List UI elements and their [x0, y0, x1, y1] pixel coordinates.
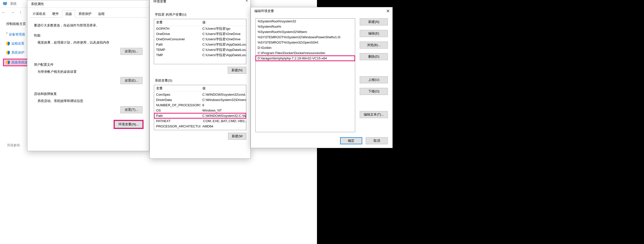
cp-link-device-manager[interactable]: 设备管理器 — [6, 32, 25, 37]
list-header: 变量 值 — [154, 19, 246, 26]
close-icon[interactable]: ✕ — [386, 8, 390, 14]
nav-back-icon[interactable]: ← — [1, 10, 6, 15]
table-row[interactable]: GOPATHC:\Users\学院君\go — [154, 26, 246, 31]
env-vars-button[interactable]: 环境变量(N)... — [115, 121, 143, 128]
list-item[interactable]: %SystemRoot% — [256, 24, 355, 29]
perf-settings-button[interactable]: 设置(S)... — [120, 48, 143, 55]
list-item[interactable]: %SYSTEMROOT%\System32\OpenSSH\ — [256, 40, 355, 45]
row-var-name: PATHEXT — [154, 119, 200, 123]
window-title: 编辑环境变量 — [251, 7, 392, 15]
cp-link-remote[interactable]: 远程设置 — [6, 41, 25, 46]
col-val-header[interactable]: 值 — [200, 19, 246, 26]
tab-content: 要进行大多数更改，你必须作为管理员登录。 性能 视觉效果，处理器计划，内存使用，… — [27, 18, 149, 131]
path-list[interactable]: %SystemRoot%\system32%SystemRoot%%System… — [255, 18, 355, 132]
system-properties-window: 系统属性 计算机名 硬件 高级 系统保护 远程 要进行大多数更改，你必须作为管理… — [27, 0, 149, 151]
table-row[interactable]: ComSpecC:\WINDOWS\system32\cmd.e — [154, 92, 246, 97]
admin-note: 要进行大多数更改，你必须作为管理员登录。 — [34, 23, 143, 28]
user-vars-list[interactable]: 变量 值 GOPATHC:\Users\学院君\goOneDriveC:\Use… — [154, 19, 246, 64]
row-var-name: NUMBER_OF_PROCESSORS — [154, 103, 200, 107]
row-var-value: .COM;.EXE;.BAT;.CMD;.VBS;.VBE — [200, 119, 246, 123]
computer-icon — [3, 2, 8, 6]
row-var-value: C:\Users\学院君\OneDrive — [200, 32, 246, 36]
nav-forward-icon[interactable]: → — [10, 10, 15, 15]
svg-rect-0 — [3, 2, 7, 5]
list-item[interactable]: D:\Go\bin — [256, 45, 355, 50]
tab-remote[interactable]: 远程 — [95, 10, 108, 17]
startup-settings-button[interactable]: 设置(T)... — [120, 106, 143, 113]
table-row[interactable]: PROCESSOR_ARCHITECTUREAMD64 — [154, 124, 246, 129]
cp-title: 系统 — [10, 2, 17, 6]
row-var-value: C:\Users\学院君\AppData\Loca — [200, 48, 246, 52]
table-row[interactable]: PathC:\Users\学院君\AppData\Loca — [154, 42, 246, 47]
row-var-value: Windows_NT — [200, 109, 246, 112]
col-var-header[interactable]: 变量 — [154, 85, 200, 92]
startup-group-desc: 系统启动、系统故障和调试信息 — [34, 99, 143, 103]
cp-nav: ← → ↑ — [0, 8, 27, 17]
cp-link-protection[interactable]: 系统保护 — [6, 50, 25, 55]
table-row[interactable]: TEMPC:\Users\学院君\AppData\Loca — [154, 47, 246, 52]
cp-see-also: 另请参阅 — [7, 143, 20, 148]
side-buttons: 新建(N) 编辑(E) 浏览(B)... 删除(D) 上移(U) 下移(O) 编… — [360, 18, 388, 132]
startup-group-title: 启动和故障恢复 — [34, 92, 143, 96]
tab-computer-name[interactable]: 计算机名 — [29, 10, 49, 17]
user-new-button[interactable]: 新建(N) — [228, 67, 246, 74]
tab-hardware[interactable]: 硬件 — [49, 10, 62, 17]
table-row[interactable]: OneDriveC:\Users\学院君\OneDrive — [154, 31, 246, 37]
profile-group-desc: 与登录帐户相关的桌面设置 — [34, 69, 143, 74]
row-var-name: OneDriveConsumer — [154, 37, 200, 41]
row-var-name: TEMP — [154, 48, 200, 52]
edit-path-window: 编辑环境变量 ✕ %SystemRoot%\system32%SystemRoo… — [251, 7, 393, 148]
shield-icon — [6, 42, 10, 46]
table-row[interactable]: TMPC:\Users\学院君\AppData\Loca — [154, 52, 246, 58]
col-val-header[interactable]: 值 — [200, 85, 246, 92]
nav-up-icon[interactable]: ↑ — [19, 10, 22, 15]
row-var-name: ComSpec — [154, 93, 200, 96]
table-row[interactable]: OneDriveConsumerC:\Users\学院君\OneDrive — [154, 37, 246, 42]
list-item[interactable]: %SYSTEMROOT%\System32\WindowsPowerShell\… — [256, 34, 355, 40]
move-down-button[interactable]: 下移(O) — [360, 88, 388, 95]
window-title: 系统属性 — [27, 0, 149, 8]
link-label: 系统保护 — [11, 50, 24, 55]
cp-home-link[interactable]: 控制面板主页 — [6, 22, 25, 26]
row-var-value: C:\WINDOWS\system32;C:\WIN — [200, 114, 246, 118]
table-row[interactable]: OSWindows_NT — [154, 108, 246, 113]
close-icon[interactable]: ✕ — [245, 0, 248, 3]
new-button[interactable]: 新建(N) — [360, 18, 388, 25]
row-var-value: C:\Users\学院君\AppData\Loca — [200, 53, 246, 57]
shield-icon — [6, 32, 7, 37]
list-item[interactable]: C:\Program Files\Docker\Docker\resources… — [256, 50, 355, 56]
table-row[interactable]: DriverDataC:\Windows\System32\Drivers — [154, 97, 246, 102]
sys-new-button[interactable]: 新建(W — [228, 133, 246, 140]
row-var-name: PROCESSOR_ARCHITECTURE — [154, 124, 200, 128]
ok-button[interactable]: 确定 — [340, 137, 362, 144]
tab-bar: 计算机名 硬件 高级 系统保护 远程 — [29, 10, 147, 18]
row-var-value: 8 — [200, 103, 246, 107]
tab-advanced[interactable]: 高级 — [62, 10, 75, 18]
profile-group-title: 用户配置文件 — [34, 62, 143, 67]
list-item[interactable]: %SystemRoot%\system32 — [256, 19, 355, 24]
delete-button[interactable]: 删除(D) — [360, 53, 388, 60]
edit-text-button[interactable]: 编辑文本(T)... — [360, 111, 388, 118]
svg-rect-1 — [4, 5, 6, 5]
profile-settings-button[interactable]: 设置(E)... — [120, 77, 143, 84]
move-up-button[interactable]: 上移(U) — [360, 76, 388, 83]
row-var-name: Path — [154, 43, 200, 46]
row-var-value: C:\Users\学院君\go — [200, 26, 246, 31]
window-title: 环境变量 — [150, 0, 250, 5]
sys-vars-list[interactable]: 变量 值 ComSpecC:\WINDOWS\system32\cmd.eDri… — [154, 85, 246, 130]
cancel-button[interactable]: 取消 — [366, 137, 388, 144]
browse-button[interactable]: 浏览(B)... — [360, 42, 388, 49]
edit-button[interactable]: 编辑(E) — [360, 30, 388, 37]
tab-protection[interactable]: 系统保护 — [75, 10, 95, 17]
row-var-name: GOPATH — [154, 27, 200, 30]
list-item[interactable]: %SystemRoot%\System32\Wbem — [256, 29, 355, 34]
table-row[interactable]: PathC:\WINDOWS\system32;C:\WIN — [154, 113, 246, 118]
row-var-name: Path — [154, 114, 200, 118]
col-var-header[interactable]: 变量 — [154, 19, 200, 26]
table-row[interactable]: NUMBER_OF_PROCESSORS8 — [154, 102, 246, 108]
list-item[interactable]: D:\laragon\bin\php\php-7.2.19-Win32-VC15… — [256, 56, 355, 61]
table-row[interactable]: PATHEXT.COM;.EXE;.BAT;.CMD;.VBS;.VBE — [154, 118, 246, 124]
list-header: 变量 值 — [154, 85, 246, 92]
env-vars-window: 环境变量 ✕ 学院君 的用户变量(U) 变量 值 GOPATHC:\Users\… — [150, 0, 251, 159]
row-var-value: C:\WINDOWS\system32\cmd.e — [200, 93, 246, 96]
